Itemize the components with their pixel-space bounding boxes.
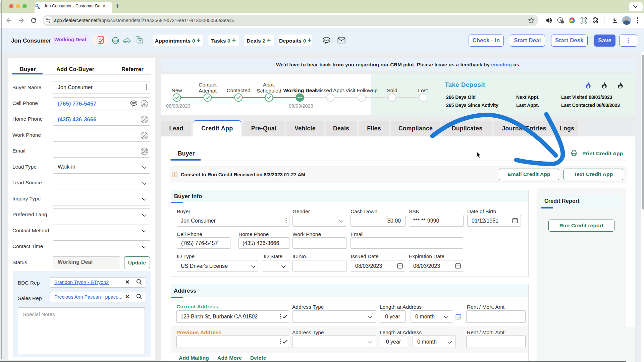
- svg-text:c: c: [38, 5, 40, 9]
